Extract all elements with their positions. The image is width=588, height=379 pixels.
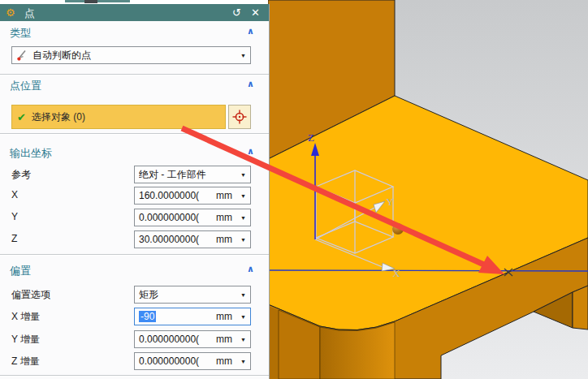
chevron-up-icon[interactable]: ∧ bbox=[247, 264, 254, 274]
section-separator bbox=[0, 254, 269, 256]
z-delta-row: Z 增量 0.000000000( mm ▼ bbox=[0, 352, 269, 371]
y-delta-field[interactable]: 0.000000000( mm ▼ bbox=[134, 330, 251, 348]
section-separator bbox=[0, 133, 269, 135]
point-dialog-button[interactable] bbox=[228, 105, 251, 129]
y-coord-row: Y 0.000000000( mm ▼ bbox=[0, 209, 269, 227]
z-axis-label: Z bbox=[308, 131, 314, 144]
y-coord-label: Y bbox=[11, 211, 18, 222]
y-delta-label: Y 增量 bbox=[11, 333, 40, 347]
reference-row: 参考 绝对 - 工作部件 ▼ bbox=[0, 166, 269, 184]
point-type-dropdown[interactable]: 自动判断的点 ▼ bbox=[11, 46, 251, 64]
dropdown-arrow-icon[interactable]: ▼ bbox=[240, 237, 246, 243]
dropdown-arrow-icon[interactable]: ▼ bbox=[240, 292, 246, 298]
unit-label: mm bbox=[216, 311, 232, 322]
dropdown-arrow-icon[interactable]: ▼ bbox=[240, 53, 246, 58]
part-right-leg-face[interactable] bbox=[573, 286, 588, 329]
dropdown-arrow-icon[interactable]: ▼ bbox=[240, 359, 246, 364]
reference-dropdown[interactable]: 绝对 - 工作部件 ▼ bbox=[134, 166, 251, 183]
offset-option-row: 偏置选项 矩形 ▼ bbox=[0, 286, 269, 304]
x-delta-label: X 增量 bbox=[11, 310, 40, 324]
dropdown-arrow-icon[interactable]: ▼ bbox=[240, 314, 246, 320]
chevron-up-icon[interactable]: ∧ bbox=[247, 79, 254, 89]
unit-label: mm bbox=[216, 355, 232, 367]
select-object-row[interactable]: ✔ 选择对象 (0) bbox=[11, 105, 226, 129]
offset-option-label: 偏置选项 bbox=[11, 288, 50, 302]
unit-label: mm bbox=[216, 212, 232, 223]
gear-icon: ⚙ bbox=[6, 5, 15, 20]
z-delta-label: Z 增量 bbox=[11, 355, 40, 368]
z-coord-field[interactable]: 30.00000000( mm ▼ bbox=[134, 230, 251, 248]
unit-label: mm bbox=[216, 190, 232, 201]
section-header-offset[interactable]: 偏置 ∧ bbox=[10, 264, 259, 277]
unit-label: mm bbox=[216, 234, 232, 245]
x-coord-label: X bbox=[11, 189, 18, 200]
toolbar-fragment-mark bbox=[84, 0, 97, 3]
section-separator bbox=[0, 375, 269, 377]
y-coord-field[interactable]: 0.000000000( mm ▼ bbox=[134, 209, 251, 226]
unit-label: mm bbox=[216, 334, 232, 345]
section-header-output-coords[interactable]: 输出坐标 ∧ bbox=[10, 146, 259, 159]
z-coord-label: Z bbox=[11, 233, 17, 244]
offset-option-dropdown[interactable]: 矩形 ▼ bbox=[134, 286, 251, 304]
dropdown-arrow-icon[interactable]: ▼ bbox=[240, 337, 246, 342]
toolbar-fragment bbox=[65, 0, 130, 2]
chevron-up-icon[interactable]: ∧ bbox=[247, 146, 254, 157]
x-delta-field[interactable]: -90 mm ▼ bbox=[134, 308, 251, 325]
dropdown-arrow-icon[interactable]: ▼ bbox=[240, 215, 246, 221]
check-icon: ✔ bbox=[17, 111, 26, 123]
point-type-value: 自动判断的点 bbox=[32, 49, 240, 62]
section-separator bbox=[0, 74, 269, 75]
dialog-titlebar[interactable]: ⚙ 点 ↺ ✕ bbox=[0, 4, 269, 21]
selected-text: -90 bbox=[139, 311, 156, 322]
x-delta-row: X 增量 -90 mm ▼ bbox=[0, 308, 269, 326]
3d-viewport[interactable]: Z Y X bbox=[268, 0, 588, 379]
crosshair-icon bbox=[232, 110, 247, 124]
section-header-point-location[interactable]: 点位置 ∧ bbox=[10, 79, 259, 92]
chevron-up-icon[interactable]: ∧ bbox=[247, 26, 254, 37]
point-sphere[interactable] bbox=[392, 223, 404, 235]
dialog-title: 点 bbox=[24, 6, 35, 21]
inferred-point-icon bbox=[16, 50, 27, 61]
dropdown-arrow-icon[interactable]: ▼ bbox=[240, 193, 246, 199]
close-icon[interactable]: ✕ bbox=[251, 5, 260, 20]
select-object-label: 选择对象 (0) bbox=[32, 110, 85, 124]
reset-icon[interactable]: ↺ bbox=[232, 5, 241, 20]
part-corner-fillet-face[interactable] bbox=[320, 322, 395, 379]
x-axis-label: X bbox=[392, 267, 400, 279]
reference-label: 参考 bbox=[11, 168, 31, 182]
x-coord-row: X 160.0000000( mm ▼ bbox=[0, 187, 269, 205]
z-delta-field[interactable]: 0.000000000( mm ▼ bbox=[134, 352, 251, 370]
y-axis-label: Y bbox=[386, 196, 394, 208]
point-dialog: ⚙ 点 ↺ ✕ 类型 ∧ 自动判断的点 ▼ 点位置 ∧ ✔ 选择对象 (0) bbox=[0, 4, 270, 379]
section-header-type[interactable]: 类型 ∧ bbox=[10, 26, 259, 39]
dropdown-arrow-icon[interactable]: ▼ bbox=[240, 172, 246, 178]
x-coord-field[interactable]: 160.0000000( mm ▼ bbox=[134, 187, 251, 205]
z-coord-row: Z 30.00000000( mm ▼ bbox=[0, 230, 269, 249]
y-delta-row: Y 增量 0.000000000( mm ▼ bbox=[0, 330, 269, 349]
